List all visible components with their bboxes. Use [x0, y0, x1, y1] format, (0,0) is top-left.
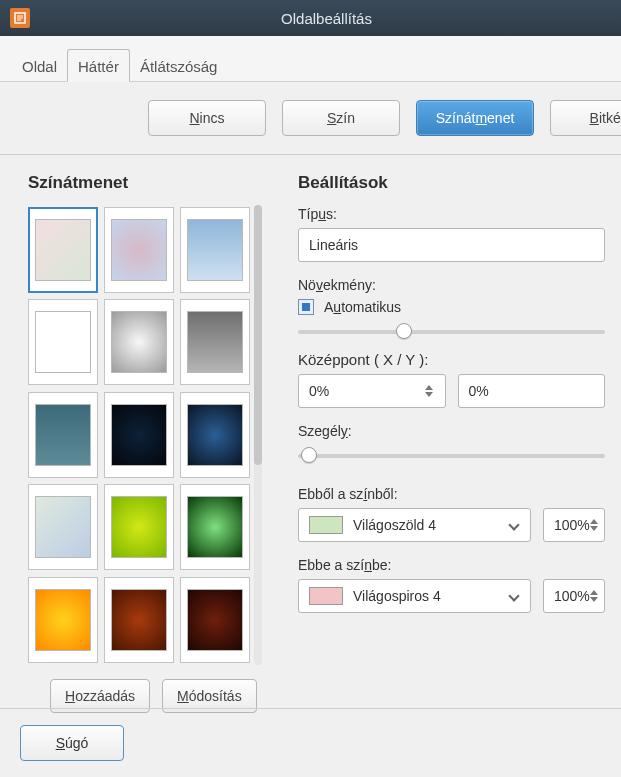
chevron-down-icon	[508, 590, 519, 601]
border-label: Szegély:	[298, 422, 605, 439]
gradient-swatch[interactable]	[180, 207, 250, 293]
tab-page[interactable]: Oldal	[12, 50, 67, 81]
checkbox-icon	[298, 299, 314, 315]
gradient-swatch[interactable]	[104, 577, 174, 663]
settings-section-title: Beállítások	[298, 173, 605, 193]
center-label: Középpont ( X / Y ):	[298, 351, 605, 368]
from-percent-input[interactable]: 100%	[543, 508, 605, 542]
from-color-label: Ebből a színből:	[298, 485, 605, 502]
gradient-swatch[interactable]	[28, 392, 98, 478]
increment-slider[interactable]	[298, 321, 605, 341]
gradient-swatch[interactable]	[104, 299, 174, 385]
fill-bitmap-button[interactable]: Bitkép	[550, 100, 621, 136]
gradient-section-title: Színátmenet	[28, 173, 280, 193]
border-slider[interactable]	[298, 445, 605, 465]
gradient-swatch[interactable]	[180, 484, 250, 570]
gradient-swatch[interactable]	[104, 207, 174, 293]
gradient-swatch[interactable]	[28, 299, 98, 385]
gradient-swatch[interactable]	[28, 577, 98, 663]
to-percent-input[interactable]: 100%	[543, 579, 605, 613]
automatic-checkbox[interactable]: Automatikus	[298, 299, 605, 315]
gradient-swatch[interactable]	[28, 484, 98, 570]
fill-none-button[interactable]: Nincs	[148, 100, 266, 136]
chevron-down-icon	[508, 519, 519, 530]
window-title: Oldalbeállítás	[42, 10, 611, 27]
tab-background[interactable]: Háttér	[67, 49, 130, 82]
center-y-input[interactable]: 0%	[458, 374, 606, 408]
gradient-swatch[interactable]	[28, 207, 98, 293]
to-color-select[interactable]: Világospiros 4	[298, 579, 531, 613]
spinner-arrows[interactable]	[425, 385, 435, 397]
gradient-swatch[interactable]	[104, 392, 174, 478]
gradient-swatch[interactable]	[104, 484, 174, 570]
gradient-swatch[interactable]	[180, 299, 250, 385]
gradient-swatch[interactable]	[180, 392, 250, 478]
fill-type-bar: Nincs Szín Színátmenet Bitkép	[0, 82, 621, 155]
gradient-swatch[interactable]	[180, 577, 250, 663]
tab-bar: Oldal Háttér Átlátszóság	[0, 36, 621, 82]
automatic-label: Automatikus	[324, 299, 401, 315]
from-color-select[interactable]: Világoszöld 4	[298, 508, 531, 542]
tab-transparency[interactable]: Átlátszóság	[130, 50, 228, 81]
increment-label: Növekmény:	[298, 276, 605, 293]
type-label: Típus:	[298, 205, 605, 222]
help-button[interactable]: Súgó	[20, 725, 124, 761]
to-color-label: Ebbe a színbe:	[298, 556, 605, 573]
gradient-grid	[28, 205, 250, 665]
titlebar: Oldalbeállítás	[0, 0, 621, 36]
dialog-footer: Súgó	[0, 708, 621, 777]
gradient-scrollbar[interactable]	[254, 205, 262, 665]
type-value: Lineáris	[309, 237, 358, 253]
app-icon	[10, 8, 30, 28]
fill-color-button[interactable]: Szín	[282, 100, 400, 136]
center-x-input[interactable]: 0%	[298, 374, 446, 408]
type-select[interactable]: Lineáris	[298, 228, 605, 262]
fill-gradient-button[interactable]: Színátmenet	[416, 100, 534, 136]
